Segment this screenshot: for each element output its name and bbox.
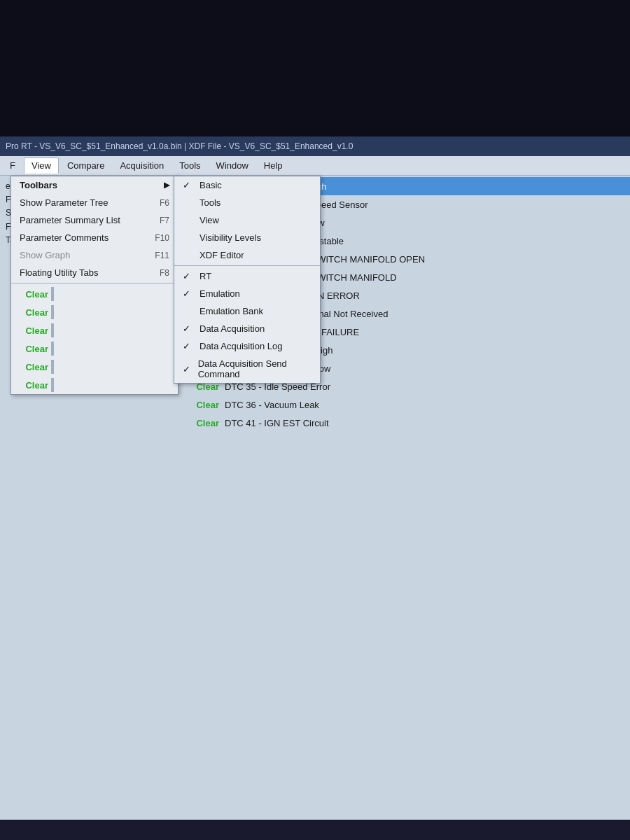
show-graph-label: Show Graph [20,250,70,260]
clear-border-5 [51,360,54,374]
menu-item-help[interactable]: Help [257,158,290,173]
clear-row-4[interactable]: Clear [11,340,178,358]
dropdown-item-show-param-tree[interactable]: Show Parameter Tree F6 [11,194,178,211]
clear-border-6 [51,378,54,392]
floating-tabs-shortcut: F8 [160,268,169,278]
show-graph-shortcut: F11 [155,251,169,260]
submenu-rt-label: RT [200,271,211,281]
submenu-data-acq-log-label: Data Acquisition Log [200,341,283,351]
clear-border-2 [51,305,54,319]
clear-row-3[interactable]: Clear [11,321,178,340]
clear-row-2[interactable]: Clear [11,303,178,321]
check-data-acq-send [183,364,192,374]
top-dark-area [0,0,630,136]
check-emulation [183,288,194,299]
check-basic [183,180,194,190]
title-text: Pro RT - VS_V6_SC_$51_Enhanced_v1.0a.bin… [6,141,353,151]
dtc-status-dtc-36: Clear [188,400,219,410]
submenu-visibility-label: Visibility Levels [200,232,261,243]
param-comments-shortcut: F10 [155,233,169,243]
submenu-basic-label: Basic [200,180,222,190]
submenu-emulation-bank-label: Emulation Bank [200,306,263,316]
submenu-item-visibility[interactable]: Visibility Levels [174,229,320,246]
show-param-tree-label: Show Parameter Tree [20,197,108,208]
menu-item-tools[interactable]: Tools [172,158,207,173]
param-summary-label: Parameter Summary List [20,215,120,225]
clear-label-2: Clear [17,307,48,318]
dtc-text-dtc-41: DTC 41 - IGN EST Circuit [225,418,329,428]
submenu-emulation-label: Emulation [200,288,240,299]
check-data-acq [183,323,194,334]
dtc-status-dtc-41: Clear [188,418,219,428]
menu-item-compare[interactable]: Compare [60,158,111,173]
floating-tabs-label: Floating Utility Tabs [20,267,98,278]
separator-1 [11,283,178,284]
menu-item-f[interactable]: F [3,158,22,173]
clear-row-1[interactable]: Clear [11,285,178,303]
submenu-item-view[interactable]: View [174,211,320,229]
submenu-item-rt[interactable]: RT [174,267,320,285]
submenu-item-tools[interactable]: Tools [174,194,320,211]
menu-item-acquisition[interactable]: Acquisition [113,158,171,173]
param-summary-shortcut: F7 [160,216,169,225]
main-area: er F Sca Fla Tab Toolbars ▶ Show Paramet… [0,176,630,820]
submenu-data-acq-label: Data Acquisition [200,323,265,334]
dropdown-item-param-comments[interactable]: Parameter Comments F10 [11,229,178,246]
submenu-separator-1 [174,265,320,266]
submenu-item-data-acq-log[interactable]: Data Acquisition Log [174,337,320,355]
menu-item-view[interactable]: View [24,158,59,174]
dtc-text-dtc-36: DTC 36 - Vacuum Leak [225,400,319,410]
dropdown-item-floating-tabs[interactable]: Floating Utility Tabs F8 [11,264,178,281]
show-param-tree-shortcut: F6 [160,198,169,208]
arrow-icon: ▶ [164,181,169,190]
clear-label-5: Clear [17,362,48,372]
check-data-acq-log [183,341,194,351]
submenu-data-acq-send-label: Data Acquisition Send Command [198,358,312,379]
submenu-item-data-acq[interactable]: Data Acquisition [174,320,320,337]
submenu-xdf-label: XDF Editor [200,250,244,260]
submenu-view-label: View [200,215,219,225]
title-bar: Pro RT - VS_V6_SC_$51_Enhanced_v1.0a.bin… [0,136,630,156]
view-dropdown: Toolbars ▶ Show Parameter Tree F6 Parame… [10,176,178,395]
submenu-item-emulation-bank[interactable]: Emulation Bank [174,302,320,320]
clear-label-6: Clear [17,380,48,391]
submenu-item-emulation[interactable]: Emulation [174,285,320,302]
clear-border-4 [51,342,54,356]
submenu-tools-label: Tools [200,197,220,208]
clear-row-6[interactable]: Clear [11,376,178,394]
clear-border-3 [51,323,54,337]
clear-label-3: Clear [17,326,48,336]
clear-label-4: Clear [17,344,48,354]
left-sidebar: er F Sca Fla Tab Toolbars ▶ Show Paramet… [0,176,182,820]
submenu-item-data-acq-send[interactable]: Data Acquisition Send Command [174,355,320,383]
dropdown-item-param-summary[interactable]: Parameter Summary List F7 [11,211,178,229]
menu-bar: F View Compare Acquisition Tools Window … [0,156,630,176]
param-comments-label: Parameter Comments [20,232,108,243]
dtc-row-dtc-41[interactable]: ClearDTC 41 - IGN EST Circuit [182,414,630,432]
check-rt [183,271,194,281]
dropdown-item-toolbars[interactable]: Toolbars ▶ [11,176,178,194]
clear-border-1 [51,287,54,301]
toolbars-submenu: Basic Tools View Visibility Levels XDF E… [174,176,321,384]
dropdown-item-show-graph[interactable]: Show Graph F11 [11,246,178,264]
menu-item-window[interactable]: Window [209,158,255,173]
toolbars-label: Toolbars [20,180,57,190]
submenu-item-xdf[interactable]: XDF Editor [174,246,320,264]
clear-row-5[interactable]: Clear [11,358,178,376]
dtc-row-dtc-36[interactable]: ClearDTC 36 - Vacuum Leak [182,396,630,414]
submenu-item-basic[interactable]: Basic [174,176,320,194]
clear-label-1: Clear [17,289,48,300]
